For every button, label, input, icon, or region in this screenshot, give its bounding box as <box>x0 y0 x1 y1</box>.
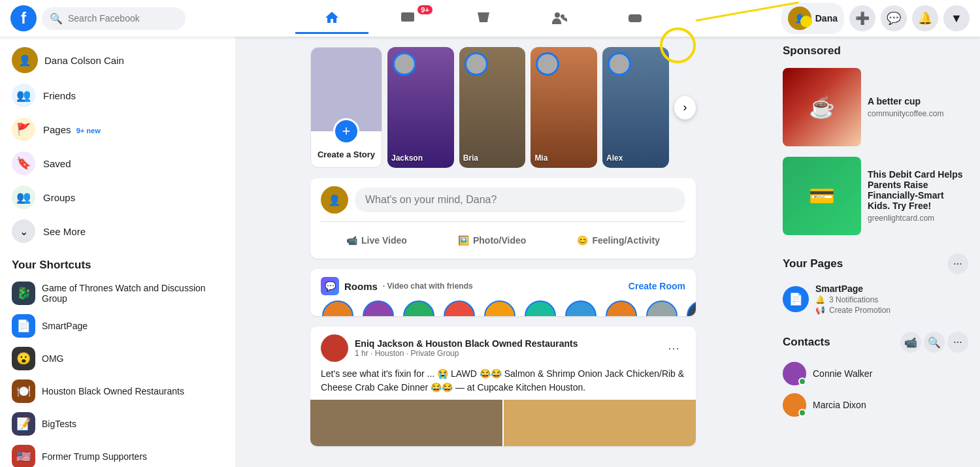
nav-home-button[interactable] <box>295 3 368 34</box>
shortcut-fts-label: Former Trump Supporters <box>42 451 147 462</box>
contacts-more-button[interactable]: ··· <box>947 332 968 353</box>
nav-gaming-button[interactable] <box>598 3 672 34</box>
photo-video-button[interactable]: 🖼️ Photo/Video <box>450 230 534 251</box>
sidebar-item-saved[interactable]: 🔖 Saved <box>5 146 230 180</box>
contact-marcia-name: Marcia Dixon <box>813 400 866 410</box>
rooms-avatar-9[interactable] <box>645 300 679 316</box>
story-card-2[interactable]: Bria <box>459 47 526 168</box>
shortcut-fts-avatar: 🇺🇸 <box>12 445 35 467</box>
story-card-3[interactable]: Mia <box>531 47 597 168</box>
search-box[interactable]: 🔍 <box>42 7 186 30</box>
your-pages-title: Your Pages <box>783 257 843 270</box>
sidebar-item-friends[interactable]: 👥 Friends <box>5 78 230 112</box>
rooms-subtitle: · Video chat with friends <box>383 282 473 291</box>
pages-icon: 🚩 <box>12 118 35 141</box>
shortcut-bigtests[interactable]: 📝 BigTests <box>5 408 230 440</box>
post-compose-box: 👤 📹 Live Video 🖼️ Photo/Video 😊 Feeling/… <box>310 178 696 259</box>
nav-groups-button[interactable] <box>523 3 596 34</box>
sidebar-item-groups[interactable]: 👥 Groups <box>5 180 230 214</box>
ad-card-2[interactable]: 💳 This Debit Card Helps Parents Raise Fi… <box>776 152 975 240</box>
post-menu-button[interactable]: ⋯ <box>662 336 685 360</box>
notifications-button[interactable]: 🔔 <box>912 5 938 31</box>
rooms-avatar-1[interactable] <box>321 300 355 316</box>
rooms-avatar-10[interactable] <box>685 300 696 316</box>
contact-marcia-avatar <box>783 393 806 417</box>
rooms-avatar-6[interactable] <box>523 300 557 316</box>
shortcut-fts[interactable]: 🇺🇸 Former Trump Supporters <box>5 440 230 467</box>
user-profile-button[interactable]: 👤 Dana <box>781 3 844 34</box>
smartpage-notifications: 🔔 3 Notifications <box>815 295 968 304</box>
contact-item-connie[interactable]: Connie Walker <box>776 358 975 389</box>
shortcut-smartpage[interactable]: 📄 SmartPage <box>5 310 230 342</box>
see-more-button[interactable]: ⌄ See More <box>5 214 230 248</box>
create-room-button[interactable]: Create Room <box>629 281 685 291</box>
shortcut-smartpage-label: SmartPage <box>42 321 88 331</box>
messenger-button[interactable]: 💬 <box>881 5 907 31</box>
post-author-name: Eniq Jackson & Houston Black Owned Resta… <box>355 338 578 349</box>
shortcut-hbor-avatar: 🍽️ <box>12 379 35 403</box>
story-card-4[interactable]: Alex <box>602 47 669 168</box>
post-text: Let's see what it's fixin for ... 😭 LAWD… <box>310 367 696 400</box>
create-button[interactable]: ➕ <box>849 5 875 31</box>
post-author-avatar <box>321 334 348 362</box>
search-input[interactable] <box>68 13 178 24</box>
page-item-smartpage[interactable]: 📄 SmartPage 🔔 3 Notifications 📢 Create P… <box>776 280 975 319</box>
ad-image-2: 💳 <box>783 157 861 235</box>
story-avatar-3 <box>536 52 559 76</box>
rooms-avatar-5[interactable] <box>483 300 517 316</box>
shortcut-got-avatar: 🐉 <box>12 282 35 305</box>
ad-domain-2: greenlightcard.com <box>868 214 968 223</box>
ad-card-1[interactable]: ☕ A better cup communitycoffee.com <box>776 63 975 152</box>
rooms-avatar-7[interactable] <box>564 300 598 316</box>
post-header: Eniq Jackson & Houston Black Owned Resta… <box>310 327 696 367</box>
sponsored-title: Sponsored <box>776 42 975 63</box>
rooms-avatar-8[interactable] <box>604 300 638 316</box>
post-image-2 <box>504 400 696 446</box>
shortcut-hbor[interactable]: 🍽️ Houston Black Owned Restaurants <box>5 375 230 408</box>
rooms-avatar-2[interactable] <box>361 300 395 316</box>
shortcut-bigtests-label: BigTests <box>42 419 76 429</box>
contacts-section: Contacts 📹 🔍 ··· Connie Walker Marcia Di… <box>776 329 975 421</box>
post-input[interactable] <box>355 187 685 212</box>
svg-rect-3 <box>629 14 642 22</box>
feeling-button[interactable]: 😊 Feeling/Activity <box>569 230 667 251</box>
ad-image-1: ☕ <box>783 68 861 146</box>
ad-title-2: This Debit Card Helps Parents Raise Fina… <box>868 169 968 211</box>
sidebar-user[interactable]: 👤 Dana Colson Cain <box>5 42 230 78</box>
story-card-1[interactable]: Jackson <box>387 47 454 168</box>
contact-item-marcia[interactable]: Marcia Dixon <box>776 389 975 421</box>
shortcut-omg-label: OMG <box>42 353 63 364</box>
svg-rect-0 <box>401 12 414 22</box>
post-card: Eniq Jackson & Houston Black Owned Resta… <box>310 327 696 446</box>
user-name-label: Dana <box>815 13 838 24</box>
see-more-label: See More <box>43 226 86 237</box>
sidebar-item-pages[interactable]: 🚩 Pages 9+ new <box>5 112 230 146</box>
main-layout: 👤 Dana Colson Cain 👥 Friends 🚩 Pages 9+ … <box>0 37 980 467</box>
nav-watch-button[interactable]: 9+ <box>371 3 444 34</box>
post-images <box>310 400 696 446</box>
contacts-video-button[interactable]: 📹 <box>900 332 921 353</box>
sidebar-friends-label: Friends <box>43 90 76 101</box>
rooms-card: 💬 Rooms · Video chat with friends Create… <box>310 269 696 316</box>
contacts-search-button[interactable]: 🔍 <box>924 332 945 353</box>
shortcut-omg[interactable]: 😮 OMG <box>5 342 230 375</box>
shortcut-got-label: Game of Thrones Watch and Discussion Gro… <box>42 283 223 304</box>
shortcut-got[interactable]: 🐉 Game of Thrones Watch and Discussion G… <box>5 277 230 310</box>
create-story-card[interactable]: + Create a Story <box>310 47 382 168</box>
live-video-button[interactable]: 📹 Live Video <box>338 230 415 251</box>
sidebar-pages-label: Pages 9+ new <box>43 124 101 135</box>
menu-button[interactable]: ▼ <box>943 5 970 31</box>
shortcuts-section: Your Shortcuts 🐉 Game of Thrones Watch a… <box>5 256 230 467</box>
rooms-avatars-row <box>310 300 696 316</box>
nav-center: 9+ <box>295 3 672 34</box>
nav-marketplace-button[interactable] <box>447 3 520 34</box>
post-actions-bar: 📹 Live Video 🖼️ Photo/Video 😊 Feeling/Ac… <box>321 221 685 251</box>
stories-scroll-button[interactable]: › <box>674 96 696 120</box>
story-avatar-1 <box>393 52 416 76</box>
rooms-avatar-3[interactable] <box>402 300 436 316</box>
connie-online-indicator <box>798 378 806 385</box>
rooms-avatar-4[interactable] <box>442 300 476 316</box>
your-pages-more-button[interactable]: ··· <box>947 253 968 274</box>
sidebar-saved-label: Saved <box>43 158 71 169</box>
smartpage-name: SmartPage <box>815 283 968 294</box>
